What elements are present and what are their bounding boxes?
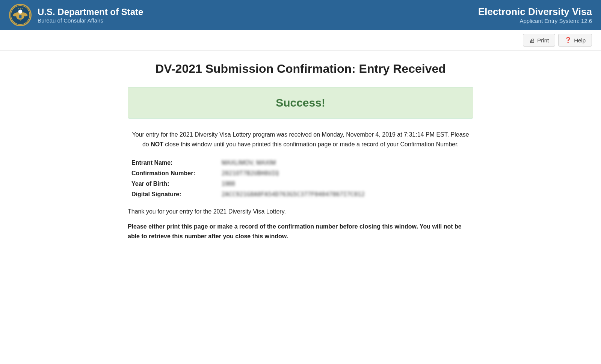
digital-signature-label: Digital Signature: xyxy=(131,191,222,198)
print-button[interactable]: 🖨 Print xyxy=(523,34,555,47)
svg-point-5 xyxy=(18,10,23,14)
help-label: Help xyxy=(574,37,586,44)
detail-row-confirmation: Confirmation Number: 2021OT7B2UBH8UIQ xyxy=(131,170,473,177)
print-icon: 🖨 xyxy=(529,37,535,44)
svg-text:⚔: ⚔ xyxy=(20,20,21,21)
app-title: Electronic Diversity Visa xyxy=(478,6,592,18)
header-title-block: U.S. Department of State Bureau of Consu… xyxy=(38,7,143,24)
confirmation-number-value: 2021OT7B2UBH8UIQ xyxy=(222,170,279,177)
year-of-birth-label: Year of Birth: xyxy=(131,180,222,187)
help-icon: ❓ xyxy=(565,37,572,44)
details-table: Entrant Name: MAXLIMOV, MAXIM Confirmati… xyxy=(128,159,473,198)
main-content: DV-2021 Submission Confirmation: Entry R… xyxy=(113,51,488,252)
thank-you-paragraph: Thank you for your entry for the 2021 Di… xyxy=(128,208,473,215)
entrant-name-value: MAXLIMOV, MAXIM xyxy=(222,159,276,166)
help-button[interactable]: ❓ Help xyxy=(558,34,592,47)
detail-row-signature: Digital Signature: 2ACC921G8A8FA54D763G5… xyxy=(131,191,473,198)
info-not-bold: NOT xyxy=(151,141,163,147)
year-of-birth-value: 1988 xyxy=(222,180,235,187)
header-right: Electronic Diversity Visa Applicant Entr… xyxy=(478,6,592,24)
success-box: Success! xyxy=(128,87,473,119)
success-text: Success! xyxy=(276,96,325,109)
info-paragraph: Your entry for the 2021 Diversity Visa L… xyxy=(131,130,470,149)
confirmation-number-label: Confirmation Number: xyxy=(131,170,222,177)
org-title: U.S. Department of State xyxy=(38,7,143,17)
app-subtitle: Applicant Entry System: 12.6 xyxy=(478,18,592,24)
digital-signature-value: 2ACC921G8A8FA54D763G5C377F04047867I7C012 xyxy=(222,191,365,198)
svg-text:★ ★ ★: ★ ★ ★ xyxy=(18,8,24,10)
warning-paragraph: Please either print this page or make a … xyxy=(128,222,473,241)
info-text-after: close this window until you have printed… xyxy=(163,141,459,147)
toolbar: 🖨 Print ❓ Help xyxy=(0,30,601,51)
page-title: DV-2021 Submission Confirmation: Entry R… xyxy=(128,62,473,76)
print-label: Print xyxy=(537,37,549,44)
page-header: ★ ★ ★ ⚔ U.S. Department of State Bureau … xyxy=(0,0,601,30)
entrant-name-label: Entrant Name: xyxy=(131,159,222,166)
detail-row-birth: Year of Birth: 1988 xyxy=(131,180,473,187)
header-left: ★ ★ ★ ⚔ U.S. Department of State Bureau … xyxy=(9,4,143,26)
svg-rect-7 xyxy=(19,15,21,18)
seal-logo: ★ ★ ★ ⚔ xyxy=(9,4,32,26)
detail-row-name: Entrant Name: MAXLIMOV, MAXIM xyxy=(131,159,473,166)
org-subtitle: Bureau of Consular Affairs xyxy=(38,17,143,24)
